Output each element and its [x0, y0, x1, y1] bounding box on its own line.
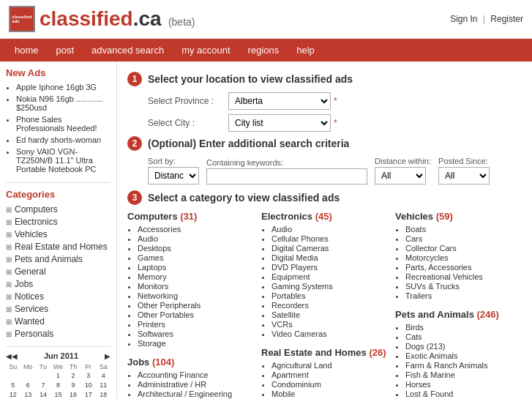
list-item[interactable]: Accounting Finance	[138, 370, 254, 379]
list-item[interactable]: Digital Media	[271, 253, 388, 262]
nav-advanced-search[interactable]: advanced search	[83, 39, 173, 61]
list-item[interactable]: Trailers	[405, 291, 522, 300]
pets-list: Birds Cats Dogs (213) Exotic Animals Far…	[395, 323, 522, 398]
list-item[interactable]: Birds	[405, 323, 522, 332]
sidebar-item-pets[interactable]: ⊞Pets and Animals	[6, 254, 110, 264]
new-ad-item[interactable]: Apple Iphone 16gb 3G	[16, 83, 110, 92]
list-item[interactable]: Administrative / HR	[138, 380, 254, 389]
cal-day[interactable]: 16	[66, 390, 80, 399]
list-item[interactable]: Cellular Phones	[271, 234, 388, 243]
list-item[interactable]: Collector Cars	[405, 244, 522, 253]
sign-in-link[interactable]: Sign In	[450, 14, 477, 24]
cal-day[interactable]: 3	[81, 371, 96, 380]
list-item[interactable]: Accessories	[138, 225, 254, 234]
cal-day[interactable]: 13	[21, 390, 36, 399]
list-item[interactable]: Other Portables	[138, 310, 254, 319]
list-item[interactable]: Printers	[138, 320, 254, 329]
list-item[interactable]: Condominium	[271, 380, 388, 389]
list-item[interactable]: Parts, Accessories	[405, 263, 522, 272]
cal-day[interactable]: 6	[21, 381, 36, 389]
list-item[interactable]: Fish & Marine	[405, 370, 522, 379]
register-link[interactable]: Register	[490, 14, 523, 24]
cal-day[interactable]: 12	[6, 390, 20, 399]
sidebar-item-jobs[interactable]: ⊞Jobs	[6, 279, 110, 289]
keywords-input[interactable]	[206, 168, 367, 184]
list-item[interactable]: Monitors	[138, 282, 254, 291]
cal-day[interactable]: 18	[96, 390, 110, 399]
cal-day[interactable]: 10	[81, 381, 96, 389]
sidebar-item-general[interactable]: ⊞General	[6, 266, 110, 277]
step2-title: (Optional) Enter additional search crite…	[148, 138, 349, 149]
cal-day[interactable]: 17	[81, 390, 96, 399]
list-item[interactable]: Recorders	[271, 301, 388, 310]
new-ad-item[interactable]: Ed hardy shorts-woman	[16, 135, 110, 144]
list-item[interactable]: Audio	[271, 225, 388, 234]
list-item[interactable]: SUVs & Trucks	[405, 282, 522, 291]
list-item[interactable]: Dogs (213)	[405, 342, 522, 351]
sidebar-item-computers[interactable]: ⊞Computers	[6, 204, 110, 215]
nav-help[interactable]: help	[288, 39, 323, 61]
list-item[interactable]: Desktops	[138, 244, 254, 253]
nav-my-account[interactable]: my account	[173, 39, 239, 61]
list-item[interactable]: Mobile	[271, 389, 388, 398]
sidebar-item-notices[interactable]: ⊞Notices	[6, 291, 110, 302]
list-item[interactable]: DVD Players	[271, 263, 388, 272]
posted-select[interactable]: All Today This Week This Month	[438, 167, 490, 184]
cal-day[interactable]: 4	[96, 371, 110, 380]
list-item[interactable]: Architectural / Engineering	[138, 389, 254, 398]
cal-day[interactable]: 15	[51, 390, 66, 399]
list-item[interactable]: Audio	[138, 234, 254, 243]
cal-day[interactable]: 1	[51, 371, 66, 380]
list-item[interactable]: Cars	[405, 234, 522, 243]
cal-next-icon[interactable]: ▶	[105, 352, 110, 360]
cal-day[interactable]: 9	[66, 381, 80, 389]
list-item[interactable]: Boats	[405, 225, 522, 234]
cal-day[interactable]: 2	[66, 371, 80, 380]
nav-home[interactable]: home	[6, 39, 48, 61]
city-select[interactable]: City list	[228, 114, 331, 132]
sidebar-item-vehicles[interactable]: ⊞Vehicles	[6, 229, 110, 239]
list-item[interactable]: Video Cameras	[271, 329, 388, 338]
list-item[interactable]: Games	[138, 253, 254, 262]
list-item[interactable]: Horses	[405, 380, 522, 389]
list-item[interactable]: Softwares	[138, 329, 254, 338]
list-item[interactable]: Agricultural Land	[271, 361, 388, 370]
list-item[interactable]: Cats	[405, 332, 522, 341]
list-item[interactable]: Networking	[138, 291, 254, 300]
list-item[interactable]: Satellite	[271, 310, 388, 319]
sidebar-item-real-estate[interactable]: ⊞Real Estate and Homes	[6, 242, 110, 252]
list-item[interactable]: Storage	[138, 339, 254, 348]
new-ad-item[interactable]: Phone Sales Professionals Needed!	[16, 115, 110, 133]
list-item[interactable]: Memory	[138, 272, 254, 281]
sidebar-item-services[interactable]: ⊞Services	[6, 304, 110, 314]
province-select[interactable]: Alberta British Columbia Ontario Quebec	[228, 92, 331, 110]
cal-day[interactable]: 11	[96, 381, 110, 389]
cal-prev-icon[interactable]: ◀◀	[6, 352, 18, 360]
list-item[interactable]: Laptops	[138, 263, 254, 272]
distance-select[interactable]: All 5 km 10 km 25 km 50 km	[375, 167, 426, 184]
sort-select[interactable]: Distance Price Date	[148, 167, 199, 184]
sidebar-item-electronics[interactable]: ⊞Electronics	[6, 217, 110, 227]
list-item[interactable]: Equipment	[271, 272, 388, 281]
cal-day[interactable]: 7	[36, 381, 50, 389]
list-item[interactable]: Digital Cameras	[271, 244, 388, 253]
list-item[interactable]: Farm & Ranch Animals	[405, 361, 522, 370]
nav-post[interactable]: post	[48, 39, 83, 61]
list-item[interactable]: Motorcycles	[405, 253, 522, 262]
new-ad-item[interactable]: Sony VAIO VGN-TZ250N/B 11.1" Ultra Porta…	[16, 147, 110, 174]
list-item[interactable]: Portables	[271, 291, 388, 300]
cal-day[interactable]: 5	[6, 381, 20, 389]
sidebar-item-personals[interactable]: ⊞Personals	[6, 329, 110, 339]
nav-regions[interactable]: regions	[239, 39, 288, 61]
list-item[interactable]: Other Peripherals	[138, 301, 254, 310]
cal-day[interactable]: 14	[36, 390, 50, 399]
list-item[interactable]: Recreational Vehicles	[405, 272, 522, 281]
list-item[interactable]: Gaming Systems	[271, 282, 388, 291]
list-item[interactable]: Exotic Animals	[405, 351, 522, 360]
new-ad-item[interactable]: Nokia N96 16gb ............ $250usd	[16, 94, 110, 112]
list-item[interactable]: VCRs	[271, 320, 388, 329]
list-item[interactable]: Apartment	[271, 370, 388, 379]
cal-day[interactable]: 8	[51, 381, 66, 389]
list-item[interactable]: Lost & Found	[405, 389, 522, 398]
sidebar-item-wanted[interactable]: ⊞Wanted	[6, 316, 110, 327]
